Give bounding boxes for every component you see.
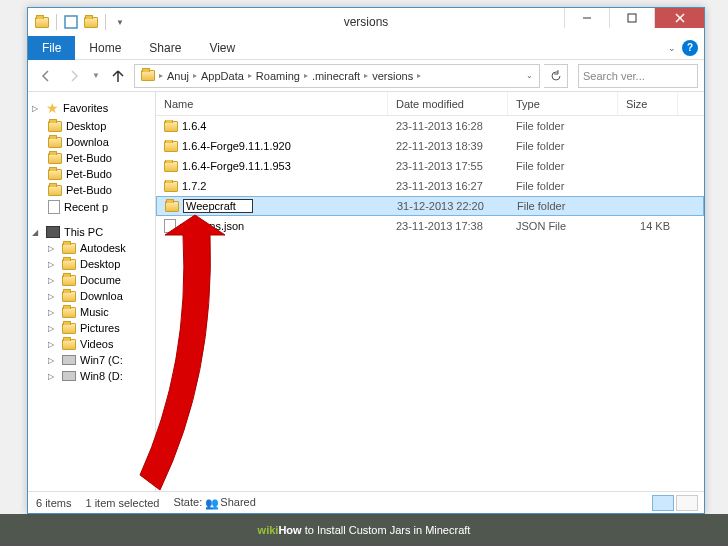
- file-date: 31-12-2013 22:20: [389, 200, 509, 212]
- qa-dropdown-icon[interactable]: ▼: [112, 14, 128, 30]
- view-details-button[interactable]: [652, 495, 674, 511]
- file-row[interactable]: 1.6.4-Forge9.11.1.92022-11-2013 18:39Fil…: [156, 136, 704, 156]
- forward-button[interactable]: [62, 64, 86, 88]
- file-name: 1.6.4-Forge9.11.1.953: [182, 160, 291, 172]
- status-state: State: 👥 Shared: [173, 496, 255, 509]
- file-date: 22-11-2013 18:39: [388, 140, 508, 152]
- rename-input[interactable]: Weepcraft: [183, 199, 253, 213]
- sidebar-thispc-header[interactable]: ◢ This PC: [28, 224, 155, 240]
- file-row[interactable]: Weepcraft31-12-2013 22:20File folder: [156, 196, 704, 216]
- caption-bar: wikiHow to Install Custom Jars in Minecr…: [0, 514, 728, 546]
- titlebar: ▼ versions: [28, 8, 704, 36]
- col-size[interactable]: Size: [618, 92, 678, 115]
- search-placeholder: Search ver...: [583, 70, 645, 82]
- col-name[interactable]: Name: [156, 92, 388, 115]
- expand-ribbon-icon[interactable]: ⌄: [668, 43, 676, 53]
- sidebar-item[interactable]: ▷Music: [28, 304, 155, 320]
- qa-properties-icon[interactable]: [63, 14, 79, 30]
- file-date: 23-11-2013 17:38: [388, 220, 508, 232]
- sidebar-item[interactable]: ▷Autodesk: [28, 240, 155, 256]
- tab-home[interactable]: Home: [75, 37, 135, 59]
- folder-icon: [164, 181, 178, 192]
- file-row[interactable]: 1.6.4-Forge9.11.1.95323-11-2013 17:55Fil…: [156, 156, 704, 176]
- tab-share[interactable]: Share: [135, 37, 195, 59]
- sidebar-item[interactable]: Desktop: [28, 118, 155, 134]
- sidebar-item[interactable]: Pet-Budo: [28, 150, 155, 166]
- file-list: Name Date modified Type Size 1.6.423-11-…: [156, 92, 704, 491]
- crumb[interactable]: .minecraft: [308, 70, 364, 82]
- navbar: ▼ ▸ Anuj▸ AppData▸ Roaming▸ .minecraft▸ …: [28, 60, 704, 92]
- file-row[interactable]: 1.6.423-11-2013 16:28File folder: [156, 116, 704, 136]
- folder-icon: [165, 201, 179, 212]
- folder-icon: [164, 121, 178, 132]
- caption-rest: to Install Custom Jars in Minecraft: [302, 524, 471, 536]
- crumb[interactable]: Anuj: [163, 70, 193, 82]
- file-size: 14 KB: [618, 220, 678, 232]
- status-selected: 1 item selected: [85, 497, 159, 509]
- star-icon: ★: [46, 100, 59, 116]
- caption-wiki: wiki: [258, 524, 279, 536]
- help-icon[interactable]: ?: [682, 40, 698, 56]
- file-name: 1.7.2: [182, 180, 206, 192]
- back-button[interactable]: [34, 64, 58, 88]
- status-count: 6 items: [36, 497, 71, 509]
- svg-rect-0: [65, 16, 77, 28]
- breadcrumb[interactable]: ▸ Anuj▸ AppData▸ Roaming▸ .minecraft▸ ve…: [134, 64, 540, 88]
- up-button[interactable]: [106, 64, 130, 88]
- sidebar-item[interactable]: ▷Desktop: [28, 256, 155, 272]
- explorer-window: ▼ versions File Home Share View ⌄ ? ▼ ▸ …: [27, 7, 705, 514]
- file-type: File folder: [508, 120, 618, 132]
- file-date: 23-11-2013 16:27: [388, 180, 508, 192]
- crumb[interactable]: versions: [368, 70, 417, 82]
- sidebar-item[interactable]: Pet-Budo: [28, 182, 155, 198]
- ribbon: File Home Share View ⌄ ?: [28, 36, 704, 60]
- file-row[interactable]: versions.json23-11-2013 17:38JSON File14…: [156, 216, 704, 236]
- col-type[interactable]: Type: [508, 92, 618, 115]
- app-icon: [34, 14, 50, 30]
- refresh-button[interactable]: [544, 64, 568, 88]
- file-type: File folder: [508, 180, 618, 192]
- tab-view[interactable]: View: [195, 37, 249, 59]
- crumb[interactable]: Roaming: [252, 70, 304, 82]
- close-button[interactable]: [654, 8, 704, 28]
- view-icons-button[interactable]: [676, 495, 698, 511]
- file-name: versions.json: [180, 220, 244, 232]
- sidebar: ▷★ Favorites Desktop Downloa Pet-Budo Pe…: [28, 92, 156, 491]
- recent-dropdown[interactable]: ▼: [90, 64, 102, 88]
- sidebar-favorites-header[interactable]: ▷★ Favorites: [28, 98, 155, 118]
- sidebar-item[interactable]: ▷Win7 (C:: [28, 352, 155, 368]
- window-title: versions: [344, 15, 389, 29]
- sidebar-item[interactable]: Downloa: [28, 134, 155, 150]
- sidebar-item[interactable]: ▷Downloa: [28, 288, 155, 304]
- folder-icon: [141, 70, 155, 81]
- sidebar-item[interactable]: ▷Pictures: [28, 320, 155, 336]
- pc-icon: [46, 226, 60, 238]
- caption-how: How: [278, 524, 301, 536]
- file-name: 1.6.4-Forge9.11.1.920: [182, 140, 291, 152]
- sidebar-item[interactable]: ▷Docume: [28, 272, 155, 288]
- file-type: File folder: [509, 200, 619, 212]
- search-input[interactable]: Search ver...: [578, 64, 698, 88]
- json-icon: [164, 219, 176, 233]
- sidebar-item[interactable]: Pet-Budo: [28, 166, 155, 182]
- statusbar: 6 items 1 item selected State: 👥 Shared: [28, 491, 704, 513]
- tab-file[interactable]: File: [28, 36, 75, 60]
- sidebar-item[interactable]: ▷Win8 (D:: [28, 368, 155, 384]
- maximize-button[interactable]: [609, 8, 654, 28]
- file-name: 1.6.4: [182, 120, 206, 132]
- breadcrumb-dropdown-icon[interactable]: ⌄: [522, 71, 537, 80]
- file-type: JSON File: [508, 220, 618, 232]
- minimize-button[interactable]: [564, 8, 609, 28]
- crumb[interactable]: AppData: [197, 70, 248, 82]
- sidebar-item[interactable]: Recent p: [28, 198, 155, 216]
- folder-icon: [164, 141, 178, 152]
- svg-rect-2: [628, 14, 636, 22]
- file-date: 23-11-2013 17:55: [388, 160, 508, 172]
- col-date[interactable]: Date modified: [388, 92, 508, 115]
- qa-newfolder-icon[interactable]: [83, 14, 99, 30]
- file-row[interactable]: 1.7.223-11-2013 16:27File folder: [156, 176, 704, 196]
- file-type: File folder: [508, 160, 618, 172]
- file-type: File folder: [508, 140, 618, 152]
- folder-icon: [164, 161, 178, 172]
- sidebar-item[interactable]: ▷Videos: [28, 336, 155, 352]
